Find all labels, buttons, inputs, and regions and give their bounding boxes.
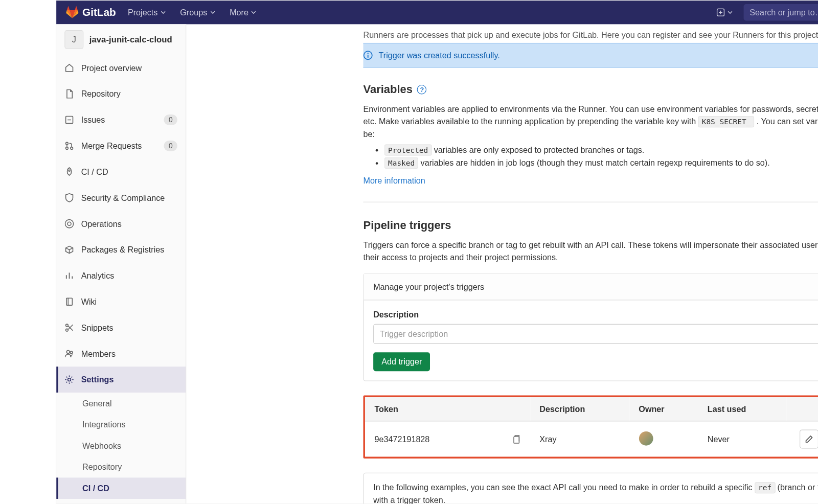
sidebar-item-overview[interactable]: Project overview xyxy=(56,55,186,81)
k8s-secret-code: K8S_SECRET_ xyxy=(698,117,754,128)
section-divider xyxy=(363,202,818,202)
description-label: Description xyxy=(373,310,818,319)
bullet-protected: Protected variables are only exposed to … xyxy=(384,145,818,154)
triggers-heading: Pipeline triggers xyxy=(363,219,818,232)
th-description: Description xyxy=(530,397,629,421)
edit-trigger-button[interactable] xyxy=(800,430,818,449)
clipboard-icon[interactable] xyxy=(511,434,520,444)
project-name: java-junit-calc-cloud xyxy=(89,35,172,44)
issues-badge: 0 xyxy=(164,114,177,125)
nav-groups[interactable]: Groups xyxy=(173,1,222,24)
project-sidebar: J java-junit-calc-cloud Project overview… xyxy=(56,24,186,503)
sidebar-item-wiki[interactable]: Wiki xyxy=(56,289,186,315)
triggers-description: Triggers can force a specific branch or … xyxy=(363,239,818,264)
gitlab-icon xyxy=(66,6,79,19)
shield-icon xyxy=(64,193,74,202)
success-alert: Trigger was created successfully. xyxy=(363,43,818,68)
main-content: Runners are processes that pick up and e… xyxy=(186,24,818,503)
alert-text: Trigger was created successfully. xyxy=(379,51,500,60)
top-navbar: GitLab Projects Groups More Search or ju… xyxy=(56,1,818,24)
project-header[interactable]: J java-junit-calc-cloud xyxy=(56,24,186,55)
examples-panel: In the following examples, you can see t… xyxy=(363,473,818,503)
svg-point-13 xyxy=(68,378,71,381)
th-last-used: Last used xyxy=(698,397,787,421)
sidebar-item-repository[interactable]: Repository xyxy=(56,81,186,107)
brand-name: GitLab xyxy=(82,6,116,18)
sidebar-item-security[interactable]: Security & Compliance xyxy=(56,185,186,211)
th-owner: Owner xyxy=(629,397,698,421)
gear-icon xyxy=(64,375,74,384)
trigger-row: 9e3472191828 Xray Never xyxy=(365,421,818,457)
issues-icon xyxy=(64,115,74,124)
merge-icon xyxy=(64,141,74,150)
variables-description: Environment variables are applied to env… xyxy=(363,103,818,141)
info-icon xyxy=(363,51,373,60)
chart-icon xyxy=(64,271,74,280)
ref-code: ref xyxy=(755,483,775,494)
settings-sub-repository[interactable]: Repository xyxy=(56,456,186,478)
svg-point-4 xyxy=(71,147,73,150)
add-trigger-button[interactable]: Add trigger xyxy=(373,353,430,372)
chevron-down-icon xyxy=(251,9,257,15)
variables-more-info-link[interactable]: More information xyxy=(363,176,425,185)
triggers-table-highlight: Token Description Owner Last used xyxy=(363,396,818,459)
bullet-masked: Masked variables are hidden in job logs … xyxy=(384,158,818,168)
pencil-icon xyxy=(805,435,813,443)
scissors-icon xyxy=(64,323,74,332)
svg-point-10 xyxy=(66,329,69,331)
mr-badge: 0 xyxy=(164,141,177,151)
help-icon[interactable]: ? xyxy=(417,85,426,94)
gitlab-logo[interactable]: GitLab xyxy=(66,6,116,19)
chevron-down-icon xyxy=(210,9,216,15)
members-icon xyxy=(64,349,74,358)
file-icon xyxy=(64,89,74,98)
sidebar-item-analytics[interactable]: Analytics xyxy=(56,263,186,289)
plus-square-icon xyxy=(716,8,724,16)
sidebar-item-operations[interactable]: Operations xyxy=(56,211,186,237)
svg-point-7 xyxy=(65,220,73,228)
sidebar-item-settings[interactable]: Settings xyxy=(56,366,186,393)
svg-point-15 xyxy=(368,53,369,54)
sidebar-item-issues[interactable]: Issues0 xyxy=(56,107,186,133)
variables-heading: Variables ? xyxy=(363,83,818,96)
nav-more[interactable]: More xyxy=(222,1,264,24)
rocket-icon xyxy=(64,167,74,176)
svg-point-11 xyxy=(66,350,70,353)
chevron-down-icon xyxy=(160,9,166,15)
settings-sub-cicd[interactable]: CI / CD xyxy=(56,477,186,499)
manage-triggers-panel: Manage your project's triggers Descripti… xyxy=(363,273,818,381)
svg-point-9 xyxy=(66,324,69,327)
sidebar-item-cicd[interactable]: CI / CD xyxy=(56,159,186,185)
svg-point-5 xyxy=(69,170,70,171)
settings-sub-webhooks[interactable]: Webhooks xyxy=(56,435,186,456)
global-search[interactable]: Search or jump to… xyxy=(744,4,818,20)
settings-submenu: General Integrations Webhooks Repository… xyxy=(56,393,186,499)
svg-rect-16 xyxy=(368,55,369,58)
svg-point-6 xyxy=(67,222,71,225)
project-avatar: J xyxy=(64,30,83,49)
runners-peek-text: Runners are processes that pick up and e… xyxy=(363,24,818,39)
owner-avatar[interactable] xyxy=(639,431,653,446)
sidebar-item-merge-requests[interactable]: Merge Requests0 xyxy=(56,133,186,159)
svg-point-2 xyxy=(66,142,69,145)
settings-sub-general[interactable]: General xyxy=(56,393,186,414)
sidebar-item-packages[interactable]: Packages & Registries xyxy=(56,237,186,263)
trigger-description-input[interactable] xyxy=(373,324,818,344)
variables-bullets: Protected variables are only exposed to … xyxy=(363,145,818,168)
triggers-table: Token Description Owner Last used xyxy=(365,397,818,457)
new-dropdown[interactable] xyxy=(711,8,739,16)
settings-sub-integrations[interactable]: Integrations xyxy=(56,414,186,436)
nav-projects[interactable]: Projects xyxy=(121,1,173,24)
sidebar-item-snippets[interactable]: Snippets xyxy=(56,315,186,341)
sidebar-item-members[interactable]: Members xyxy=(56,340,186,366)
book-icon xyxy=(64,297,74,306)
token-value: 9e3472191828 xyxy=(375,434,430,444)
trigger-last-used-cell: Never xyxy=(698,421,787,457)
svg-rect-8 xyxy=(66,298,73,305)
svg-point-3 xyxy=(66,147,69,150)
svg-rect-17 xyxy=(514,437,519,444)
trigger-description-cell: Xray xyxy=(530,421,629,457)
panel-heading: Manage your project's triggers xyxy=(364,274,818,301)
package-icon xyxy=(64,245,74,254)
chevron-down-icon xyxy=(727,9,733,15)
